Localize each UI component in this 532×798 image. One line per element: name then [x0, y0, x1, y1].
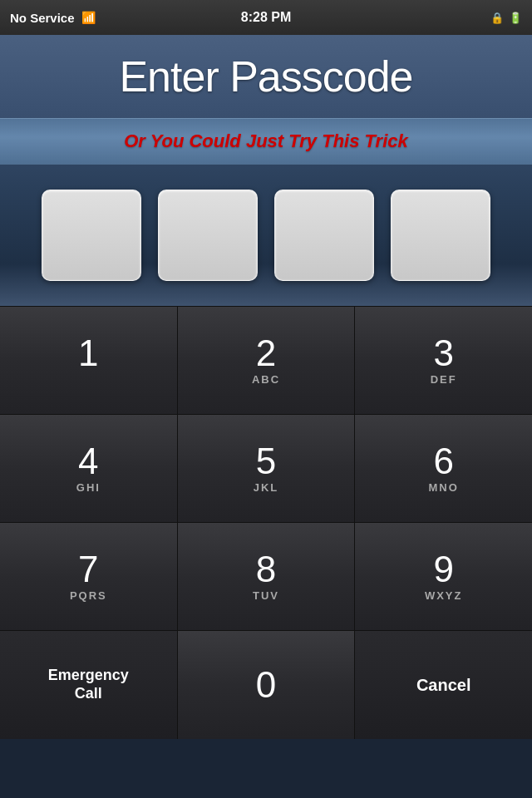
battery-icon: 🔋: [509, 12, 522, 24]
key-1-number: 1: [78, 335, 98, 372]
key-6-number: 6: [433, 443, 453, 480]
key-2-letters: ABC: [252, 373, 280, 386]
keypad: 1 2 ABC 3 DEF 4 GHI 5 JKL 6: [0, 306, 532, 739]
key-5-letters: JKL: [254, 481, 279, 494]
key-8[interactable]: 8 TUV: [178, 523, 356, 630]
key-6-letters: MNO: [429, 481, 459, 494]
key-9-number: 9: [433, 551, 453, 588]
key-5[interactable]: 5 JKL: [178, 415, 356, 522]
key-9-letters: WXYZ: [425, 589, 463, 602]
passcode-area: [0, 165, 532, 306]
lock-icon: 🔒: [490, 12, 504, 24]
key-6[interactable]: 6 MNO: [355, 415, 532, 522]
passcode-box-2: [158, 190, 258, 281]
keypad-row-3: 7 PQRS 8 TUV 9 WXYZ: [0, 523, 532, 631]
keypad-row-bottom: EmergencyCall 0 Cancel: [0, 631, 532, 739]
key-8-letters: TUV: [253, 589, 279, 602]
key-7[interactable]: 7 PQRS: [0, 523, 178, 630]
status-left: No Service 📶: [10, 11, 96, 25]
key-1-letters: [86, 373, 91, 386]
carrier-text: No Service: [10, 11, 75, 25]
status-time: 8:28 PM: [241, 10, 291, 25]
key-4-number: 4: [78, 443, 98, 480]
keypad-row-1: 1 2 ABC 3 DEF: [0, 307, 532, 415]
status-bar: No Service 📶 8:28 PM 🔒 🔋: [0, 0, 532, 35]
header: Enter Passcode: [0, 35, 532, 118]
key-4-letters: GHI: [76, 481, 101, 494]
passcode-box-4: [391, 190, 490, 281]
key-3-number: 3: [433, 335, 453, 372]
key-2-number: 2: [256, 335, 276, 372]
wifi-icon: 📶: [81, 11, 96, 24]
key-3-letters: DEF: [431, 373, 457, 386]
trick-text: Or You Could Just Try This Trick: [17, 131, 515, 152]
page-title: Enter Passcode: [17, 52, 515, 101]
key-7-number: 7: [78, 551, 98, 588]
key-0[interactable]: 0: [178, 631, 356, 739]
passcode-box-3: [274, 190, 374, 281]
status-right: 🔒 🔋: [490, 12, 522, 24]
key-2[interactable]: 2 ABC: [178, 307, 356, 414]
emergency-call-label: EmergencyCall: [48, 667, 129, 702]
key-7-letters: PQRS: [70, 589, 107, 602]
passcode-box-1: [42, 190, 141, 281]
background: Enter Passcode Or You Could Just Try Thi…: [0, 35, 532, 798]
key-9[interactable]: 9 WXYZ: [355, 523, 532, 630]
cancel-label: Cancel: [416, 676, 471, 695]
key-8-number: 8: [256, 551, 276, 588]
cancel-button[interactable]: Cancel: [355, 631, 532, 739]
keypad-row-2: 4 GHI 5 JKL 6 MNO: [0, 415, 532, 523]
emergency-call-button[interactable]: EmergencyCall: [0, 631, 178, 739]
key-0-number: 0: [256, 667, 276, 703]
trick-banner: Or You Could Just Try This Trick: [0, 118, 532, 165]
key-5-number: 5: [256, 443, 276, 480]
key-1[interactable]: 1: [0, 307, 178, 414]
key-3[interactable]: 3 DEF: [355, 307, 532, 414]
key-4[interactable]: 4 GHI: [0, 415, 178, 522]
